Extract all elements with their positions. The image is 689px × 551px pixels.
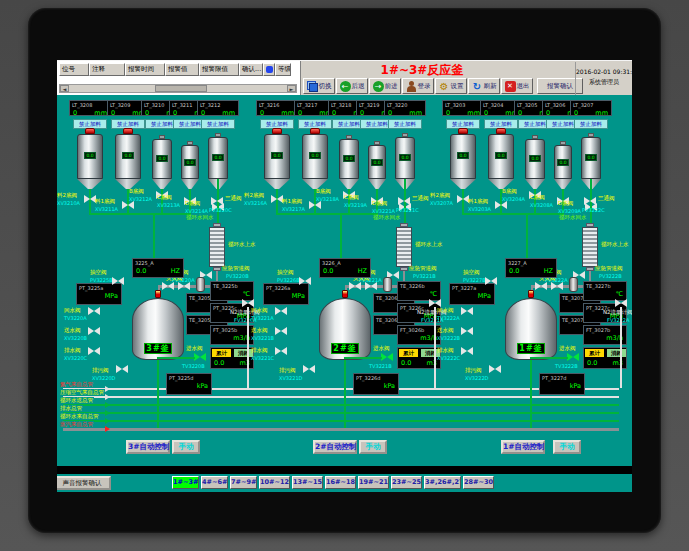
alarm-col-1[interactable]: 注释: [89, 63, 125, 76]
toolbar-button-back[interactable]: 后退: [336, 78, 368, 94]
send-water-valve[interactable]: [88, 327, 100, 335]
level-readout-value: 0: [201, 109, 205, 117]
pressure-d-readout-value-row: kPa: [540, 382, 584, 390]
scroll-left-arrow[interactable]: ◄: [60, 85, 69, 92]
flame-valve-2[interactable]: [365, 282, 377, 290]
page-taskbar: 声音报警确认 1#~3#4#~6#7#~9#10#~12#13#~15#16#~…: [57, 474, 632, 492]
alarm-col-3[interactable]: 报警值: [165, 63, 199, 76]
level-readout-value: 0: [388, 109, 392, 117]
alarm-summary-table[interactable]: 位号注释报警时间报警值报警限值确认...等级 ◄ ►: [57, 61, 301, 96]
auto-control-button-1[interactable]: 1#自动控制: [501, 440, 545, 454]
page-button-7[interactable]: 23#~25#: [391, 476, 422, 489]
three-way-valve[interactable]: [398, 197, 410, 205]
sound-alarm-ack-button[interactable]: 声音报警确认: [57, 476, 111, 490]
toolbar-button-refresh[interactable]: 刷新: [468, 78, 500, 94]
return-water-valve[interactable]: [88, 307, 100, 315]
drain-valve[interactable]: [88, 347, 100, 355]
flame-valve-1[interactable]: [535, 282, 547, 290]
totals-badge-consumed[interactable]: 消耗: [607, 349, 626, 357]
toolbar-button-label: 退出: [517, 82, 530, 91]
vacuum-valve-tag: PV3225B: [90, 277, 113, 283]
pressure-a-readout-value-row: MPa: [450, 292, 494, 300]
page-button-8[interactable]: 3#,26#,27#: [424, 476, 461, 489]
toolbar-button-switch[interactable]: 切换: [303, 78, 335, 94]
page-button-3[interactable]: 10#~12#: [259, 476, 290, 489]
alarm-col-5[interactable]: 确认...: [239, 63, 263, 76]
manual-button-3[interactable]: 手动: [172, 440, 200, 454]
inlet-water-valve[interactable]: [567, 353, 579, 361]
n2-flow-valve[interactable]: [615, 299, 627, 307]
page-button-6[interactable]: 19#~21#: [358, 476, 389, 489]
blowdown-valve[interactable]: [489, 365, 501, 373]
scroll-thumb[interactable]: [155, 85, 207, 92]
auto-control-button-3[interactable]: 3#自动控制: [126, 440, 170, 454]
alarm-col-2[interactable]: 报警时间: [125, 63, 165, 76]
tank-cone: [339, 179, 359, 189]
toolbar-button-forward[interactable]: 前进: [369, 78, 401, 94]
vacuum-valve[interactable]: [112, 277, 124, 285]
toolbar-button-settings[interactable]: 设置: [435, 78, 467, 94]
inlet-water-valve[interactable]: [381, 353, 393, 361]
manual-button-2[interactable]: 手动: [359, 440, 387, 454]
flame-valve-2[interactable]: [551, 282, 563, 290]
flame-valve-2[interactable]: [178, 282, 190, 290]
blowdown-valve-tag: XV3221D: [279, 375, 302, 381]
page-button-1[interactable]: 4#~6#: [201, 476, 228, 489]
level-readout-tag: LT_3212: [198, 101, 238, 109]
tank-level-window: 0.0: [585, 154, 597, 161]
return-water-valve[interactable]: [275, 307, 287, 315]
condenser: [582, 227, 598, 267]
tank-bottom-valve[interactable]: [309, 201, 321, 209]
totals-badge-cumulative[interactable]: 累计: [585, 349, 604, 357]
vacuum-valve[interactable]: [299, 277, 311, 285]
totals-value: 0.0: [587, 359, 597, 367]
tank-bottom-valve[interactable]: [122, 201, 134, 209]
n2-flow-label: N2流量计阀: [603, 309, 632, 316]
page-button-0[interactable]: 1#~3#: [172, 476, 199, 489]
totals-badge-cumulative[interactable]: 累计: [212, 349, 231, 357]
alarm-ack-header-icon[interactable]: [263, 63, 275, 76]
send-water-valve[interactable]: [275, 327, 287, 335]
alarm-table-hscrollbar[interactable]: ◄ ►: [59, 84, 297, 93]
send-water-valve[interactable]: [461, 327, 473, 335]
vacuum-valve[interactable]: [485, 277, 497, 285]
return-water-valve[interactable]: [461, 307, 473, 315]
page-button-4[interactable]: 13#~15#: [292, 476, 323, 489]
scroll-right-arrow[interactable]: ►: [287, 85, 296, 92]
tank-bottom-valve[interactable]: [495, 201, 507, 209]
send-water-valve-tag: XV3220B: [64, 335, 87, 341]
totals-value: 0.0: [401, 359, 411, 367]
toolbar-button-exit[interactable]: 退出: [501, 78, 533, 94]
alarm-col-4[interactable]: 报警限值: [199, 63, 239, 76]
drain-valve[interactable]: [275, 347, 287, 355]
auto-control-button-2[interactable]: 2#自动控制: [313, 440, 357, 454]
switch-icon: [307, 81, 318, 92]
forward-icon: [373, 81, 384, 92]
alarm-col-6[interactable]: 等级: [275, 63, 291, 76]
feed-valve-label: B底阀: [316, 188, 331, 195]
page-button-2[interactable]: 7#~9#: [230, 476, 257, 489]
manual-button-1[interactable]: 手动: [553, 440, 581, 454]
totals-badge-cumulative[interactable]: 累计: [399, 349, 418, 357]
flame-valve-1[interactable]: [162, 282, 174, 290]
feed-valve-tag: XV3211A: [95, 206, 118, 212]
toolbar-button-login[interactable]: 登录: [402, 78, 434, 94]
inlet-water-valve[interactable]: [194, 353, 206, 361]
feed-valve-label: 料2底阀: [430, 192, 450, 199]
flame-valve-1[interactable]: [349, 282, 361, 290]
three-way-valve[interactable]: [584, 197, 596, 205]
reactor-beacon: [342, 290, 348, 298]
temp3-readout: TE_3227b℃: [583, 281, 627, 301]
pressure-d-readout: PT_3225dkPa: [166, 373, 212, 395]
alarm-col-0[interactable]: 位号: [59, 63, 89, 76]
three-way-valve[interactable]: [211, 197, 223, 205]
feed-valve-tag: XV3207A: [430, 200, 453, 206]
feed-valve-tag: XV3208A: [530, 202, 553, 208]
drain-valve[interactable]: [461, 347, 473, 355]
page-button-9[interactable]: 28#~30#: [463, 476, 494, 489]
blowdown-valve[interactable]: [116, 365, 128, 373]
tank-level-window: 0.0: [457, 152, 469, 159]
page-button-5[interactable]: 16#~18#: [325, 476, 356, 489]
blowdown-valve[interactable]: [303, 365, 315, 373]
tank-cone: [368, 179, 386, 189]
